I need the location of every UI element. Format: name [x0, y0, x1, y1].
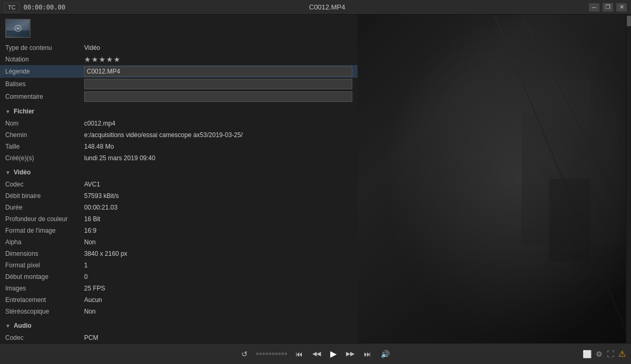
video-duree-label: Durée [5, 204, 84, 211]
commentaire-input[interactable] [84, 91, 352, 102]
stereo-label: Stéréoscopique [5, 308, 84, 315]
prev-frame-button[interactable]: ◀◀ [309, 348, 324, 359]
profondeur-value: 16 Bit [84, 215, 352, 223]
debut-row: Début montage 0 [0, 271, 358, 283]
cree-value: lundi 25 mars 2019 09:40 [84, 154, 352, 162]
dot-2 [259, 352, 262, 355]
format-image-value: 16:9 [84, 227, 352, 234]
video-debit-value: 57593 kBit/s [84, 192, 352, 200]
cree-label: Créé(e)(s) [5, 154, 84, 162]
nom-value: c0012.mp4 [84, 120, 352, 127]
title-bar-left: TC 00:00:00.00 [4, 3, 65, 12]
skip-fwd-icon: ⏭ [364, 350, 371, 358]
next-frame-button[interactable]: ▶▶ [343, 348, 358, 359]
video-codec-value: AVC1 [84, 181, 352, 188]
entrelacement-label: Entrelacement [5, 296, 84, 304]
balises-row: Balises [0, 78, 358, 90]
fullscreen-icon[interactable]: ⛶ [607, 350, 614, 358]
images-label: Images [5, 285, 84, 292]
fichier-section-label: Fichier [14, 108, 34, 115]
close-button[interactable]: ✕ [616, 3, 627, 12]
right-scrollbar[interactable] [626, 15, 631, 343]
legende-row: Légende [0, 65, 358, 78]
cree-row: Créé(e)(s) lundi 25 mars 2019 09:40 [0, 152, 358, 164]
balises-label: Balises [5, 80, 84, 88]
format-pixel-row: Format pixel 1 [0, 259, 358, 271]
taille-row: Taille 148.48 Mo [0, 141, 358, 152]
volume-icon: 🔊 [381, 350, 390, 358]
notation-stars[interactable]: ★★★★★ [84, 55, 352, 64]
fichier-collapse-arrow: ▼ [5, 109, 11, 115]
svg-point-10 [574, 130, 606, 162]
settings-icon[interactable]: ⚙ [596, 350, 603, 358]
images-row: Images 25 FPS [0, 283, 358, 294]
content-type-row: Type de contenu Vidéo [0, 42, 358, 54]
tc-badge: TC [4, 3, 19, 12]
loop-icon: ↺ [241, 350, 248, 358]
format-pixel-label: Format pixel [5, 262, 84, 269]
minimize-button[interactable]: ─ [589, 3, 599, 12]
audio-collapse-arrow: ▼ [5, 323, 11, 329]
video-debit-row: Débit binaire 57593 kBit/s [0, 190, 358, 202]
video-preview-panel [358, 15, 631, 343]
dimensions-label: Dimensions [5, 250, 84, 257]
audio-section-label: Audio [14, 322, 32, 329]
audio-section-header[interactable]: ▼ Audio [0, 319, 358, 332]
images-value: 25 FPS [84, 285, 352, 292]
dot-4 [266, 352, 268, 355]
dot-9 [281, 352, 284, 355]
skip-fwd-button[interactable]: ⏭ [361, 348, 374, 360]
fichier-section-header[interactable]: ▼ Fichier [0, 105, 358, 118]
notation-row: Notation ★★★★★ [0, 54, 358, 65]
toolbar-right: ⬜ ⚙ ⛶ ⚠ [583, 349, 626, 359]
play-button[interactable]: ▶ [327, 347, 340, 361]
dimensions-value: 3840 x 2160 px [84, 250, 352, 257]
legende-input[interactable] [84, 66, 352, 77]
skip-back-icon: ⏮ [296, 350, 303, 358]
video-collapse-arrow: ▼ [5, 170, 11, 175]
taille-label: Taille [5, 143, 84, 150]
video-duree-value: 00:00:21.03 [84, 204, 352, 211]
title-bar: TC 00:00:00.00 C0012.MP4 ─ ❐ ✕ [0, 0, 631, 15]
legende-label: Légende [5, 68, 84, 75]
stereo-value: Non [84, 308, 352, 315]
main-area: Type de contenu Vidéo Notation ★★★★★ Lég… [0, 15, 631, 343]
video-duree-row: Durée 00:00:21.03 [0, 202, 358, 213]
window-title: C0012.MP4 [309, 3, 345, 11]
debut-label: Début montage [5, 273, 84, 280]
format-image-row: Format de l'image 16:9 [0, 225, 358, 236]
chemin-value: e:/acquisitions vidéo/essai camescope ax… [84, 131, 352, 139]
chemin-label: Chemin [5, 131, 84, 139]
restore-button[interactable]: ❐ [603, 3, 613, 12]
chemin-row: Chemin e:/acquisitions vidéo/essai cames… [0, 129, 358, 141]
properties-panel: Type de contenu Vidéo Notation ★★★★★ Lég… [0, 15, 358, 343]
stereo-row: Stéréoscopique Non [0, 306, 358, 317]
video-background [358, 15, 631, 343]
loop-button[interactable]: ↺ [238, 348, 251, 360]
audio-codec-label: Codec [5, 334, 84, 341]
window-controls: ─ ❐ ✕ [589, 3, 627, 12]
video-section-header[interactable]: ▼ Vidéo [0, 166, 358, 179]
commentaire-label: Commentaire [5, 93, 84, 100]
play-icon: ▶ [330, 349, 337, 359]
dot-6 [272, 352, 274, 355]
balises-input[interactable] [84, 79, 352, 89]
nom-label: Nom [5, 120, 84, 127]
entrelacement-row: Entrelacement Aucun [0, 294, 358, 306]
commentaire-row: Commentaire [0, 90, 358, 103]
skip-back-button[interactable]: ⏮ [292, 348, 306, 360]
dot-1 [256, 352, 259, 355]
progress-dots[interactable] [254, 352, 289, 355]
audio-codec-row: Codec PCM [0, 332, 358, 343]
video-codec-row: Codec AVC1 [0, 179, 358, 190]
export-icon[interactable]: ⬜ [583, 350, 592, 358]
profondeur-row: Profondeur de couleur 16 Bit [0, 213, 358, 225]
next-frame-icon: ▶▶ [346, 350, 354, 357]
nom-row: Nom c0012.mp4 [0, 118, 358, 129]
prev-frame-icon: ◀◀ [312, 350, 321, 357]
profondeur-label: Profondeur de couleur [5, 215, 84, 223]
taille-value: 148.48 Mo [84, 143, 352, 150]
volume-button[interactable]: 🔊 [378, 348, 393, 360]
bottom-toolbar: ↺ ⏮ ◀◀ ▶ ▶▶ ⏭ 🔊 ⬜ ⚙ ⛶ ⚠ [0, 343, 631, 364]
debut-value: 0 [84, 273, 352, 280]
